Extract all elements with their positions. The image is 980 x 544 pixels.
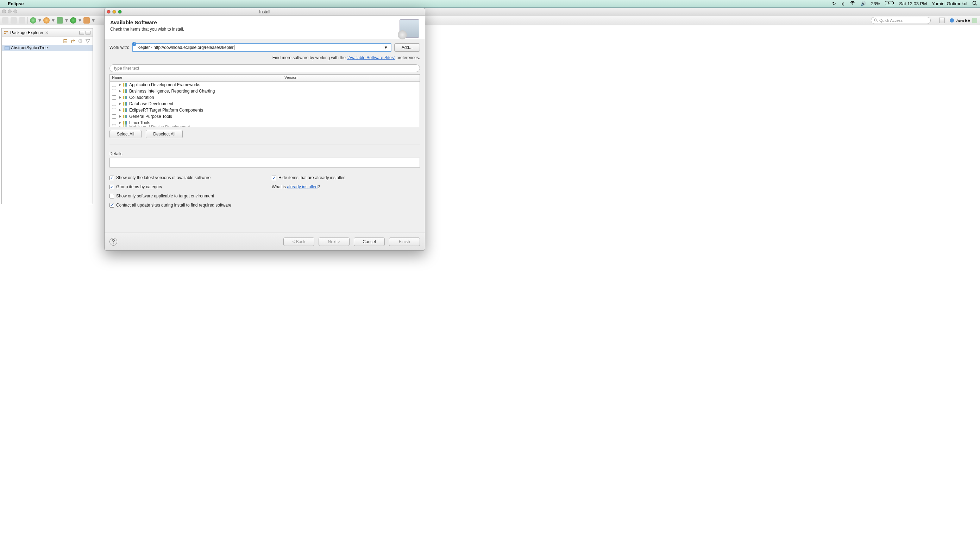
category-row[interactable]: General Purpose Tools: [110, 113, 420, 119]
zoom-icon[interactable]: [13, 10, 17, 13]
save-icon[interactable]: [11, 17, 17, 24]
dialog-title: Available Software: [110, 19, 184, 25]
checkbox[interactable]: [112, 108, 116, 112]
category-label: Mobile and Device Development: [129, 124, 190, 127]
project-item[interactable]: AbstractSyntaxTree: [2, 45, 92, 51]
server-icon[interactable]: [43, 17, 49, 24]
view-menu-icon[interactable]: ▽: [86, 38, 90, 45]
opt-target-env[interactable]: Show only software applicable to target …: [110, 194, 258, 199]
already-installed-link[interactable]: already installed: [287, 185, 318, 189]
work-with-value: Kepler - http://download.eclipse.org/rel…: [138, 45, 234, 50]
open-perspective-icon[interactable]: [939, 17, 945, 23]
category-row[interactable]: Database Development: [110, 101, 420, 107]
category-icon: [123, 108, 127, 112]
category-icon: [123, 102, 127, 105]
expand-icon[interactable]: [119, 96, 121, 99]
volume-icon[interactable]: 🔊: [860, 1, 866, 6]
collapse-all-icon[interactable]: ⊟: [63, 38, 68, 45]
next-button[interactable]: Next >: [318, 237, 350, 246]
new-project-icon[interactable]: [83, 17, 90, 24]
column-version[interactable]: Version: [282, 75, 370, 81]
filter-input[interactable]: type filter text: [110, 64, 420, 72]
run-external-icon[interactable]: [57, 17, 63, 24]
back-button[interactable]: < Back: [283, 237, 314, 246]
svg-point-0: [852, 5, 853, 5]
battery-icon[interactable]: [885, 1, 894, 6]
category-row[interactable]: Collaboration: [110, 94, 420, 101]
close-view-icon[interactable]: ✕: [45, 30, 49, 35]
dialog-close-icon[interactable]: [107, 10, 111, 14]
available-sites-link[interactable]: "Available Software Sites": [347, 55, 395, 60]
minimize-pane-icon[interactable]: [79, 31, 84, 35]
hint-text: Find more software by working with the "…: [110, 55, 420, 60]
checkbox[interactable]: [112, 125, 116, 127]
svg-point-7: [950, 18, 954, 22]
category-row[interactable]: Business Intelligence, Reporting and Cha…: [110, 88, 420, 94]
expand-icon[interactable]: [119, 126, 121, 127]
category-label: General Purpose Tools: [129, 114, 172, 119]
bluetooth-icon[interactable]: ⚹: [841, 1, 845, 7]
checkbox[interactable]: [112, 95, 116, 100]
quick-access-input[interactable]: Quick Access: [871, 17, 931, 24]
saveall-icon[interactable]: [19, 17, 25, 24]
work-with-combo[interactable]: i Kepler - http://download.eclipse.org/r…: [132, 43, 391, 52]
wifi-icon[interactable]: [850, 1, 855, 6]
svg-point-5: [874, 19, 877, 21]
details-label: Details: [110, 151, 420, 156]
javaee-perspective-icon[interactable]: Java EE: [950, 18, 970, 23]
dialog-window-title: Install: [259, 10, 270, 14]
minimize-icon[interactable]: [8, 10, 12, 13]
opt-latest-versions[interactable]: Show only the latest versions of availab…: [110, 175, 258, 180]
cancel-button[interactable]: Cancel: [354, 237, 385, 246]
unknown-perspective-icon[interactable]: [972, 18, 977, 23]
dialog-zoom-icon[interactable]: [118, 10, 122, 14]
deselect-all-button[interactable]: Deselect All: [146, 130, 183, 138]
link-editor-icon[interactable]: ⇄: [70, 38, 75, 45]
opt-contact-sites[interactable]: Contact all update sites during install …: [110, 203, 258, 208]
column-name[interactable]: Name: [110, 75, 282, 81]
dialog-minimize-icon[interactable]: [112, 10, 116, 14]
help-icon[interactable]: ?: [110, 238, 117, 246]
opt-group-category[interactable]: Group items by category: [110, 185, 258, 189]
checkbox[interactable]: [112, 102, 116, 106]
new-icon[interactable]: [2, 17, 8, 24]
mac-menubar: Eclipse ↻ ⚹ 🔊 23% Sat 12:03 PM Yamini Go…: [0, 0, 980, 8]
expand-icon[interactable]: [119, 83, 121, 86]
select-all-button[interactable]: Select All: [110, 130, 142, 138]
close-icon[interactable]: [2, 10, 6, 13]
details-box: [110, 157, 420, 167]
view-filter-icon[interactable]: ⚙: [78, 38, 83, 45]
expand-icon[interactable]: [119, 109, 121, 111]
svg-rect-8: [4, 31, 6, 32]
checkbox[interactable]: [112, 89, 116, 93]
category-row[interactable]: Application Development Frameworks: [110, 82, 420, 88]
category-label: Collaboration: [129, 95, 154, 100]
checkbox[interactable]: [112, 83, 116, 87]
svg-line-4: [976, 4, 977, 6]
debug-icon[interactable]: [30, 17, 36, 24]
add-button[interactable]: Add...: [394, 43, 420, 52]
opt-hide-installed[interactable]: Hide items that are already installed: [272, 175, 420, 180]
timemachine-icon[interactable]: ↻: [832, 1, 836, 6]
dialog-subtitle: Check the items that you wish to install…: [110, 27, 184, 32]
expand-icon[interactable]: [119, 115, 121, 118]
category-label: Database Development: [129, 101, 173, 106]
category-row[interactable]: EclipseRT Target Platform Components: [110, 107, 420, 113]
spotlight-icon[interactable]: [972, 1, 977, 7]
info-icon: i: [132, 42, 136, 46]
software-tree[interactable]: Name Version Application Development Fra…: [110, 74, 420, 127]
maximize-pane-icon[interactable]: [86, 31, 91, 35]
install-wizard-icon: [399, 19, 419, 38]
clock[interactable]: Sat 12:03 PM: [899, 1, 927, 6]
category-icon: [123, 125, 127, 127]
svg-rect-2: [893, 2, 894, 4]
app-name[interactable]: Eclipse: [8, 1, 24, 6]
user-name[interactable]: Yamini Gotimukul: [932, 1, 967, 6]
expand-icon[interactable]: [119, 90, 121, 92]
expand-icon[interactable]: [119, 102, 121, 105]
run-icon[interactable]: [70, 17, 76, 24]
category-row[interactable]: Mobile and Device Development: [110, 124, 420, 127]
checkbox[interactable]: [112, 115, 116, 119]
chevron-down-icon[interactable]: ▼: [383, 44, 389, 51]
finish-button[interactable]: Finish: [389, 237, 420, 246]
